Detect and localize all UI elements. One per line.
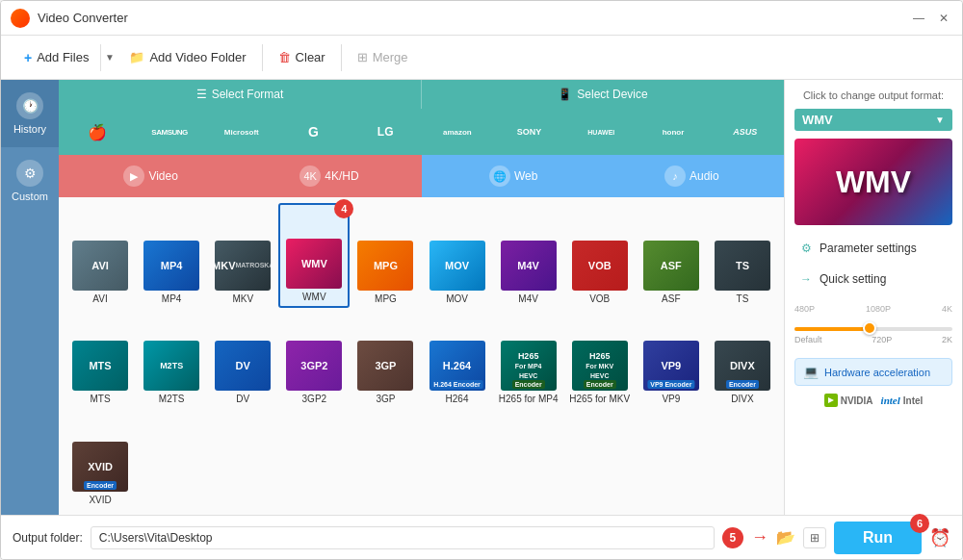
close-button[interactable]: ✕ (935, 10, 952, 27)
brand-row-1: 🍎 SAMSUNG Microsoft G LG amazon SONY HUA… (59, 109, 784, 155)
hardware-acceleration-button[interactable]: 💻 Hardware acceleration (794, 358, 952, 386)
codec-thumb-h265mp4: H265 For MP4 HEVC Encoder (501, 341, 557, 391)
format-preview-text: WMV (836, 165, 911, 200)
quality-slider[interactable]: 480P 1080P 4K Default 720P 2K (794, 304, 952, 344)
run-button[interactable]: 6 Run (834, 522, 922, 554)
codec-mkv[interactable]: MKV MATROSKA MKV (207, 203, 278, 308)
browse-folder-button[interactable]: 📂 (776, 528, 795, 547)
codec-label-mov: MOV (446, 293, 468, 304)
compare-icon: ⊞ (810, 531, 820, 545)
codec-thumb-h264: H.264 H.264 Encoder (429, 341, 485, 391)
badge-5: 5 (722, 527, 743, 548)
compare-button[interactable]: ⊞ (803, 527, 826, 548)
codec-h265mp4[interactable]: H265 For MP4 HEVC Encoder H265 for MP4 (493, 308, 564, 409)
codec-avi[interactable]: AVI AVI (65, 203, 136, 308)
h264-encoder-badge: H.264 Encoder (430, 380, 483, 389)
codec-vp9[interactable]: VP9 VP9 Encoder VP9 (636, 308, 707, 409)
brand-amazon[interactable]: amazon (423, 113, 493, 151)
format-preview: WMV (794, 139, 952, 225)
codec-asf[interactable]: ASF ASF (636, 203, 707, 308)
sidebar-item-custom[interactable]: ⚙ Custom (1, 147, 59, 215)
brand-huawei[interactable]: HUAWEI (566, 113, 637, 151)
bottom-bar: Output folder: 5 → 📂 ⊞ 6 Run ⏰ (1, 515, 962, 559)
codec-h265mkv[interactable]: H265 For MKV HEVC Encoder H265 for MKV (564, 308, 636, 409)
codec-m4v[interactable]: M4V M4V (493, 203, 564, 308)
merge-button: ⊞ Merge (346, 44, 420, 70)
brand-apple[interactable]: 🍎 (63, 113, 133, 151)
brand-lg[interactable]: LG (351, 113, 421, 151)
output-path-input[interactable] (91, 526, 715, 549)
slider-fill (794, 327, 866, 331)
codec-3gp2[interactable]: 3GP2 3GP2 (278, 308, 350, 409)
codec-thumb-m4v: M4V (501, 241, 557, 291)
codec-thumb-3gp: 3GP (357, 341, 413, 391)
format-audio[interactable]: ♪ Audio (604, 157, 780, 195)
add-video-folder-button[interactable]: 📁 Add Video Folder (117, 44, 257, 70)
codec-vob[interactable]: VOB VOB (564, 203, 636, 308)
right-panel-title: Click to change output format: (794, 89, 952, 101)
codec-thumb-vob: VOB (572, 241, 628, 291)
format-selector[interactable]: WMV ▼ (794, 109, 952, 131)
brand-sony[interactable]: SONY (494, 113, 564, 151)
codec-label-mpg: MPG (375, 293, 397, 304)
sidebar: 🕐 History ⚙ Custom (1, 80, 59, 515)
codec-mts[interactable]: MTS MTS (65, 308, 136, 409)
codec-mpg[interactable]: MPG MPG (350, 203, 421, 308)
codec-thumb-vp9: VP9 VP9 Encoder (643, 341, 699, 391)
tab-select-format[interactable]: ☰ Select Format (59, 80, 422, 109)
app-title: Video Converter (38, 11, 910, 25)
label-1080p: 1080P (866, 304, 891, 314)
add-files-dropdown[interactable]: ▼ (100, 44, 117, 71)
right-panel: Click to change output format: WMV ▼ WMV… (784, 80, 962, 515)
slider-labels: Default 720P 2K (794, 335, 952, 344)
codec-m2ts[interactable]: M2TS M2TS (136, 308, 207, 409)
badge-6: 6 (910, 514, 929, 533)
slider-thumb[interactable] (863, 321, 876, 335)
codec-thumb-mp4: MP4 (143, 241, 199, 291)
codec-label-vob: VOB (589, 293, 610, 304)
merge-icon: ⊞ (357, 50, 368, 64)
brand-honor[interactable]: honor (638, 113, 709, 151)
slider-track[interactable] (794, 327, 952, 331)
history-icon: 🕐 (16, 92, 43, 119)
clear-button[interactable]: 🗑 Clear (267, 44, 337, 70)
codec-label-mp4: MP4 (162, 293, 182, 304)
codec-thumb-mpg: MPG (357, 241, 413, 291)
format-web[interactable]: 🌐 Web (426, 157, 602, 195)
codec-label-mts: MTS (90, 394, 110, 404)
brand-samsung[interactable]: SAMSUNG (135, 113, 205, 151)
codec-divx[interactable]: DIVX Encoder DIVX (707, 308, 778, 409)
param-settings-btn[interactable]: ⚙ Parameter settings (794, 235, 952, 262)
brand-google[interactable]: G (278, 113, 349, 151)
param-settings-icon: ⚙ (798, 241, 814, 256)
codec-grid: AVI AVI MP4 MP4 MKV MATROSKA MKV 4 WMV (59, 197, 784, 515)
brand-asus[interactable]: ASUS (710, 113, 780, 151)
format-video[interactable]: ▶ Video (63, 157, 239, 195)
codec-xvid[interactable]: XVID Encoder XVID (65, 408, 136, 509)
codec-mov[interactable]: MOV MOV (421, 203, 492, 308)
codec-dv[interactable]: DV DV (207, 308, 278, 409)
codec-h264[interactable]: H.264 H.264 Encoder H264 (421, 308, 492, 409)
codec-ts[interactable]: TS TS (707, 203, 778, 308)
sidebar-label-history: History (13, 123, 46, 135)
selected-format-label: WMV (802, 113, 935, 127)
label-720p: 720P (872, 335, 892, 344)
codec-label-h264: H264 (446, 394, 469, 404)
codec-wmv[interactable]: 4 WMV WMV (278, 203, 350, 308)
app-window: Video Converter — ✕ + Add Files ▼ 📁 Add … (0, 0, 963, 560)
codec-mp4[interactable]: MP4 MP4 (136, 203, 207, 308)
codec-3gp[interactable]: 3GP 3GP (350, 308, 421, 409)
format-dropdown-arrow: ▼ (935, 115, 945, 125)
minimize-button[interactable]: — (910, 10, 927, 27)
add-files-button[interactable]: + Add Files (13, 44, 100, 71)
tab-select-device[interactable]: 📱 Select Device (422, 80, 784, 109)
clear-icon: 🗑 (278, 50, 291, 64)
folder-icon: 📁 (129, 50, 144, 64)
schedule-button[interactable]: ⏰ (929, 527, 950, 548)
sidebar-item-history[interactable]: 🕐 History (1, 80, 59, 147)
codec-thumb-mkv: MKV MATROSKA (215, 241, 271, 291)
brand-microsoft[interactable]: Microsoft (206, 113, 276, 151)
codec-label-avi: AVI (92, 293, 107, 304)
main-content: 🕐 History ⚙ Custom ☰ Select Format 📱 Sel… (1, 80, 962, 515)
format-4khd[interactable]: 4K 4K/HD (241, 157, 417, 195)
